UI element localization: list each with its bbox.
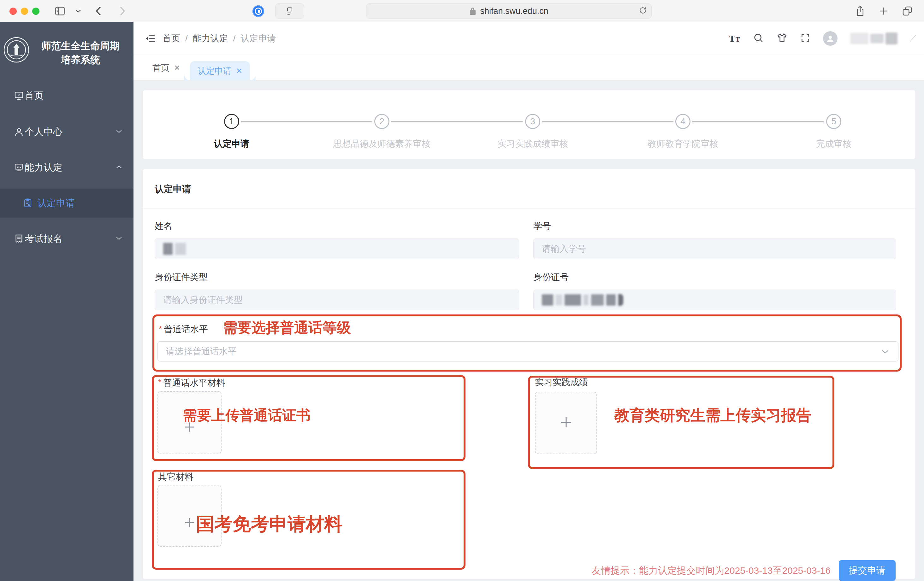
search-icon[interactable] — [753, 33, 764, 44]
monitor-icon — [14, 91, 24, 100]
chevron-up-icon — [116, 165, 122, 170]
id-type-input[interactable]: 请输入身份证件类型 — [155, 290, 519, 310]
sidebar-item-label: 首页 — [25, 89, 43, 102]
redacted-value — [163, 243, 186, 255]
minimize-window-button[interactable] — [21, 8, 28, 15]
password-extension-icon[interactable] — [252, 5, 264, 17]
submission-hint: 友情提示：能力认定提交时间为2025-03-13至2025-03-16 — [592, 564, 831, 577]
steps-card: 1 认定申请 2 思想品德及师德素养审核 3 实习实践成绩审核 4 教师教育学院… — [143, 90, 915, 159]
tab-home[interactable]: 首页 ✕ — [152, 55, 180, 81]
forward-button[interactable] — [116, 0, 129, 22]
chevron-down-icon — [116, 129, 122, 135]
step-number: 3 — [525, 114, 540, 129]
breadcrumb: 首页 / 能力认定 / 认定申请 — [163, 22, 276, 55]
internship-score-label: 实习实践成绩 — [535, 376, 588, 388]
url-text: shifan.swu.edu.cn — [480, 6, 548, 16]
tab-label: 首页 — [152, 62, 170, 74]
step-connector — [391, 121, 523, 122]
id-number-input[interactable] — [533, 290, 896, 310]
main-area: 首页 / 能力认定 / 认定申请 TT — [134, 22, 924, 581]
plus-icon — [559, 415, 574, 431]
placeholder-text: 请输入学号 — [542, 243, 586, 255]
sidebar: 师范生全生命周期 培养系统 首页 个人中心 能力认定 — [0, 22, 134, 581]
page-settings-button[interactable] — [275, 3, 304, 19]
putonghua-material-annotation: 需要上传普通话证书 — [183, 406, 310, 425]
name-label: 姓名 — [155, 220, 172, 232]
step-3: 3 实习实践成绩审核 — [479, 90, 586, 150]
step-connector — [692, 121, 823, 122]
id-type-label: 身份证件类型 — [155, 271, 208, 283]
sidebar-item-home[interactable]: 首页 — [0, 81, 134, 110]
zoom-window-button[interactable] — [32, 8, 40, 15]
ability-icon — [14, 163, 24, 173]
font-size-icon[interactable]: TT — [729, 33, 740, 44]
exam-icon — [14, 234, 24, 244]
placeholder-text: 请选择普通话水平 — [166, 346, 237, 357]
other-material-label: 其它材料 — [158, 471, 193, 483]
avatar[interactable] — [823, 31, 838, 46]
close-window-button[interactable] — [10, 8, 17, 15]
reload-icon[interactable] — [639, 6, 647, 16]
tab-overview-icon[interactable] — [899, 0, 915, 22]
new-tab-icon[interactable] — [876, 0, 891, 22]
step-label: 思想品德及师德素养审核 — [328, 138, 436, 150]
internship-score-highlight-box: 实习实践成绩 教育类研究生需上传实习报告 — [528, 376, 834, 469]
internship-score-upload[interactable] — [535, 392, 597, 454]
sidebar-item-label: 认定申请 — [37, 197, 75, 210]
tab-certification-application[interactable]: 认定申请 ✕ — [190, 61, 250, 81]
sidebar-item-label: 个人中心 — [25, 125, 63, 138]
breadcrumb-current: 认定申请 — [241, 33, 276, 44]
student-id-label: 学号 — [533, 220, 551, 232]
fullscreen-icon[interactable] — [800, 33, 810, 44]
header-actions: TT ⟋ — [729, 22, 916, 55]
close-icon[interactable]: ✕ — [174, 63, 180, 72]
app-title: 师范生全生命周期 培养系统 — [38, 39, 123, 67]
step-number: 5 — [826, 114, 842, 129]
application-form-card: 认定申请 姓名 学号 请输入学号 身份证件类型 请输入身份证件类型 身份证号 — [143, 169, 915, 579]
university-logo — [3, 36, 30, 63]
step-number: 1 — [224, 114, 239, 129]
redacted-value — [542, 294, 623, 306]
step-label: 认定申请 — [178, 138, 285, 150]
step-number: 2 — [374, 114, 389, 129]
sidebar-toggle-icon[interactable] — [53, 0, 67, 22]
name-input[interactable] — [155, 239, 519, 259]
step-connector — [542, 121, 673, 122]
other-material-highlight-box: 其它材料 国考免考申请材料 — [152, 470, 465, 569]
putonghua-level-select[interactable]: 请选择普通话水平 — [157, 341, 898, 362]
address-bar[interactable]: shifan.swu.edu.cn — [366, 3, 652, 19]
sidebar-chevron-down-icon[interactable] — [74, 0, 82, 22]
putonghua-material-highlight-box: *普通话水平材料 需要上传普通话证书 — [152, 375, 465, 461]
share-icon[interactable] — [853, 0, 868, 22]
id-number-label: 身份证号 — [533, 271, 569, 283]
sidebar-item-personal-center[interactable]: 个人中心 — [0, 117, 134, 146]
step-5: 5 完成审核 — [780, 90, 888, 150]
sidebar-item-label: 能力认定 — [25, 161, 63, 174]
app-header: 首页 / 能力认定 / 认定申请 TT — [134, 22, 924, 55]
internship-score-annotation: 教育类研究生需上传实习报告 — [614, 405, 811, 426]
theme-shirt-icon[interactable] — [776, 33, 788, 44]
chevron-down-icon — [116, 236, 122, 242]
user-icon — [14, 127, 24, 137]
student-id-input[interactable]: 请输入学号 — [533, 239, 896, 259]
sidebar-item-certification-application[interactable]: 认定申请 — [0, 189, 134, 218]
breadcrumb-home[interactable]: 首页 — [163, 33, 180, 44]
caret-icon[interactable]: ⟋ — [910, 34, 916, 44]
sidebar-item-exam-registration[interactable]: 考试报名 — [0, 224, 134, 253]
browser-toolbar: shifan.swu.edu.cn — [0, 0, 924, 22]
collapse-menu-icon[interactable] — [145, 33, 156, 45]
screen: shifan.swu.edu.cn 师范生全生命周期 培养系统 — [0, 0, 924, 581]
submit-application-button[interactable]: 提交申请 — [839, 560, 896, 581]
other-material-annotation: 国考免考申请材料 — [196, 512, 342, 537]
breadcrumb-ability[interactable]: 能力认定 — [193, 33, 228, 44]
sidebar-item-ability-certification[interactable]: 能力认定 — [0, 153, 134, 182]
step-2: 2 思想品德及师德素养审核 — [328, 90, 436, 150]
putonghua-material-label: *普通话水平材料 — [158, 377, 225, 389]
step-label: 教师教育学院审核 — [629, 138, 736, 150]
required-mark: * — [158, 378, 161, 387]
putonghua-level-highlight-box: *普通话水平 需要选择普通话等级 请选择普通话水平 — [152, 314, 902, 372]
back-button[interactable] — [91, 0, 106, 22]
lock-icon — [469, 7, 476, 15]
close-icon[interactable]: ✕ — [236, 67, 243, 76]
step-number: 4 — [675, 114, 690, 129]
